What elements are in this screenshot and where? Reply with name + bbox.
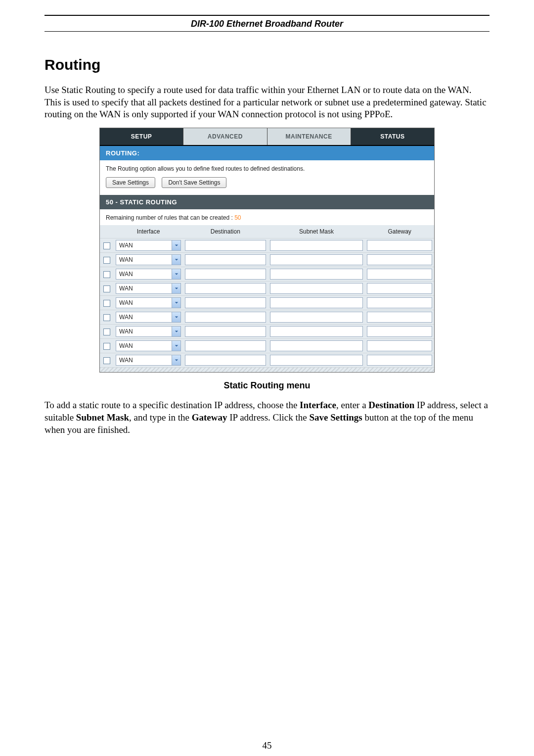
table-row: WAN <box>100 282 434 296</box>
save-settings-button[interactable]: Save Settings <box>106 177 155 188</box>
chevron-down-icon <box>172 255 180 265</box>
tab-advanced[interactable]: ADVANCED <box>183 128 267 145</box>
row-checkbox[interactable] <box>103 271 110 278</box>
chevron-down-icon <box>172 355 180 365</box>
destination-input[interactable] <box>185 240 266 251</box>
page-title: Routing <box>44 56 490 73</box>
page-number: 45 <box>44 740 490 751</box>
destination-input[interactable] <box>185 326 266 337</box>
destination-input[interactable] <box>185 312 266 323</box>
remaining-rules-count: 50 <box>234 214 241 221</box>
table-row: WAN <box>100 339 434 353</box>
interface-select[interactable]: WAN <box>116 312 181 323</box>
col-subnet: Subnet Mask <box>268 225 365 238</box>
gateway-input[interactable] <box>367 326 432 337</box>
gateway-input[interactable] <box>367 297 432 308</box>
gateway-input[interactable] <box>367 254 432 265</box>
tab-maintenance[interactable]: MAINTENANCE <box>267 128 351 145</box>
table-row: WAN <box>100 353 434 368</box>
subnet-input[interactable] <box>270 340 363 351</box>
gateway-input[interactable] <box>367 340 432 351</box>
tab-status[interactable]: STATUS <box>351 128 434 145</box>
intro-paragraph: Use Static Routing to specify a route us… <box>44 84 490 121</box>
row-checkbox[interactable] <box>103 329 110 335</box>
table-row: WAN <box>100 267 434 282</box>
destination-input[interactable] <box>185 297 266 308</box>
chevron-down-icon <box>172 312 180 322</box>
static-routing-heading: 50 - STATIC ROUTING <box>100 195 434 209</box>
subnet-input[interactable] <box>270 269 363 280</box>
doc-header-title: DIR-100 Ethernet Broadband Router <box>44 17 490 31</box>
interface-select[interactable]: WAN <box>116 340 181 351</box>
row-checkbox[interactable] <box>103 242 110 249</box>
interface-select[interactable]: WAN <box>116 240 181 251</box>
interface-select[interactable]: WAN <box>116 297 181 308</box>
gateway-input[interactable] <box>367 240 432 251</box>
chevron-down-icon <box>172 298 180 308</box>
interface-select[interactable]: WAN <box>116 326 181 337</box>
table-row: WAN <box>100 310 434 325</box>
header-rule-top <box>44 15 490 16</box>
gateway-input[interactable] <box>367 283 432 294</box>
routing-table: Interface Destination Subnet Mask Gatewa… <box>100 225 434 367</box>
subnet-input[interactable] <box>270 254 363 265</box>
row-checkbox[interactable] <box>103 314 110 321</box>
gateway-input[interactable] <box>367 269 432 280</box>
table-row: WAN <box>100 253 434 267</box>
header-rule-bottom <box>44 31 490 32</box>
row-checkbox[interactable] <box>103 357 110 364</box>
row-checkbox[interactable] <box>103 285 110 292</box>
chevron-down-icon <box>172 327 180 336</box>
tab-bar: SETUP ADVANCED MAINTENANCE STATUS <box>100 128 434 146</box>
chevron-down-icon <box>172 269 180 279</box>
row-checkbox[interactable] <box>103 257 110 264</box>
gateway-input[interactable] <box>367 312 432 323</box>
destination-input[interactable] <box>185 254 266 265</box>
gateway-input[interactable] <box>367 355 432 366</box>
interface-select[interactable]: WAN <box>116 355 181 366</box>
row-checkbox[interactable] <box>103 343 110 350</box>
subnet-input[interactable] <box>270 312 363 323</box>
interface-select[interactable]: WAN <box>116 269 181 280</box>
subnet-input[interactable] <box>270 297 363 308</box>
remaining-rules-label: Remaining number of rules that can be cr… <box>106 214 234 221</box>
routing-description: The Routing option allows you to define … <box>106 165 428 172</box>
table-row: WAN <box>100 238 434 253</box>
destination-input[interactable] <box>185 269 266 280</box>
destination-input[interactable] <box>185 283 266 294</box>
routing-heading: ROUTING: <box>100 146 434 160</box>
outro-paragraph: To add a static route to a specific dest… <box>44 399 490 436</box>
interface-select[interactable]: WAN <box>116 254 181 265</box>
chevron-down-icon <box>172 341 180 351</box>
col-destination: Destination <box>183 225 268 238</box>
destination-input[interactable] <box>185 340 266 351</box>
table-row: WAN <box>100 325 434 339</box>
col-interface: Interface <box>114 225 183 238</box>
row-checkbox[interactable] <box>103 300 110 307</box>
router-ui-screenshot: SETUP ADVANCED MAINTENANCE STATUS ROUTIN… <box>99 128 435 373</box>
chevron-down-icon <box>172 284 180 293</box>
tab-setup[interactable]: SETUP <box>100 128 183 145</box>
subnet-input[interactable] <box>270 326 363 337</box>
chevron-down-icon <box>172 240 180 250</box>
torn-edge <box>100 367 434 372</box>
subnet-input[interactable] <box>270 283 363 294</box>
subnet-input[interactable] <box>270 355 363 366</box>
subnet-input[interactable] <box>270 240 363 251</box>
figure-caption: Static Routing menu <box>44 380 490 391</box>
dont-save-settings-button[interactable]: Don't Save Settings <box>162 177 226 188</box>
col-gateway: Gateway <box>365 225 434 238</box>
destination-input[interactable] <box>185 355 266 366</box>
interface-select[interactable]: WAN <box>116 283 181 294</box>
table-row: WAN <box>100 296 434 310</box>
